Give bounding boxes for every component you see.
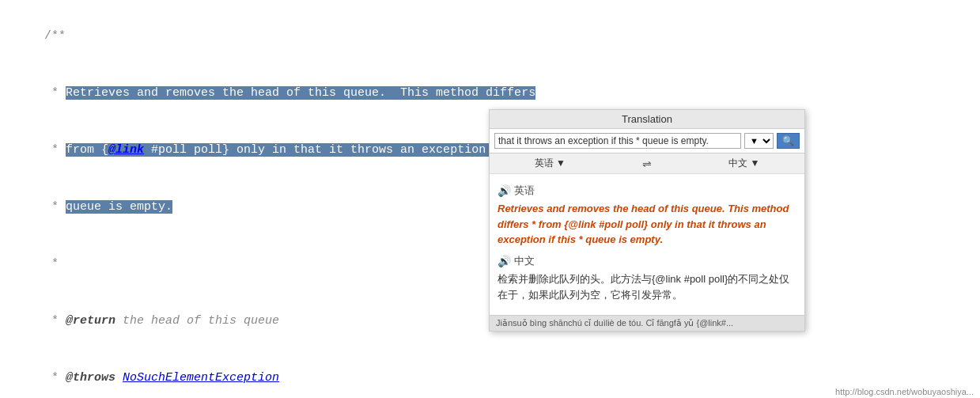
lang-from-dropdown-icon: ▼ [556,157,566,169]
translation-popup: Translation ▼ 🔍 英语 ▼ ⇌ 中文 ▼ 🔊 英语 Retriev… [489,109,805,332]
site-link[interactable]: http://blog.csdn.net/wobuyaoshiya... [835,387,974,396]
english-section-header: 🔊 英语 [498,184,796,198]
return-text: the head of this queue [115,314,279,328]
translation-footer: Jiǎnsuǒ bìng shānchú cǐ duìliè de tóu. C… [490,315,804,331]
translation-title: Translation [622,113,672,125]
translation-search-button[interactable]: 🔍 [777,133,800,149]
comment-star-6: * [44,314,66,328]
highlighted-text-2: from {@link #poll poll} only in that it … [66,143,543,157]
comment-star-5: * [44,257,59,271]
lang-to-text: 中文 [728,157,747,169]
throws-space [115,371,123,385]
translation-lang-select[interactable]: ▼ [744,133,774,149]
at-return: @return [66,314,115,328]
lang-to-dropdown-icon: ▼ [751,157,760,169]
code-line-7: * @throws NoSuchElementException [16,350,964,398]
chinese-translation-text: 检索并删除此队列的头。此方法与{@link #poll poll}的不同之处仅在… [498,271,796,305]
comment-star-7: * [44,371,66,385]
translation-lang-bar: 英语 ▼ ⇌ 中文 ▼ [490,154,804,174]
code-line-1: /** [16,8,964,65]
search-icon: 🔍 [782,135,794,146]
english-translation-text: Retrieves and removes the head of this q… [498,201,796,248]
at-link: @link [108,143,144,157]
comment-star-2: * [44,86,66,100]
chinese-speaker-icon[interactable]: 🔊 [498,255,511,267]
exception-link[interactable]: NoSuchElementException [123,371,279,385]
english-lang-label: 英语 [514,184,535,198]
comment-open: /** [44,29,66,43]
comment-star-3: * [44,143,66,157]
site-url-text: http://blog.csdn.net/wobuyaoshiya... [835,387,974,396]
chinese-section-header: 🔊 中文 [498,254,796,268]
english-speaker-icon[interactable]: 🔊 [498,184,511,197]
footer-text: Jiǎnsuǒ bìng shānchú cǐ duìliè de tóu. C… [496,318,733,328]
translation-content: 🔊 英语 Retrieves and removes the head of t… [490,174,804,315]
lang-from-text: 英语 [535,157,554,169]
lang-to-label[interactable]: 中文 ▼ [728,157,759,170]
at-throws: @throws [66,371,115,385]
highlighted-text-1: Retrieves and removes the head of this q… [66,86,535,100]
translation-title-bar: Translation [490,110,804,129]
translation-input-row: ▼ 🔍 [490,129,804,154]
comment-star-4: * [44,200,66,214]
highlighted-text-3: queue is empty. [66,200,172,214]
translation-input[interactable] [494,133,741,149]
lang-from-label[interactable]: 英语 ▼ [535,157,566,170]
chinese-lang-label: 中文 [514,254,535,268]
lang-switch-arrow[interactable]: ⇌ [642,157,652,170]
